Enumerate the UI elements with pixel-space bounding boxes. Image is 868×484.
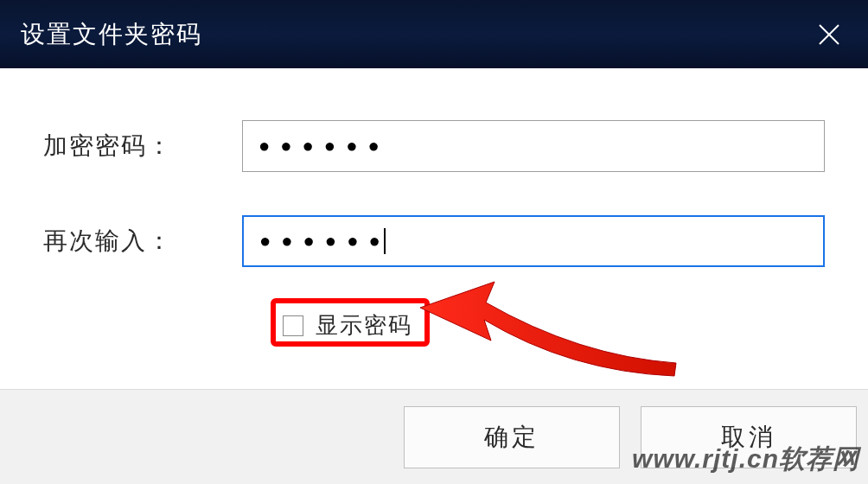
titlebar: 设置文件夹密码 bbox=[0, 0, 868, 68]
confirm-row: 再次输入： ●●●●●● bbox=[43, 215, 825, 267]
show-password-checkbox[interactable] bbox=[283, 315, 303, 336]
close-button[interactable] bbox=[811, 16, 847, 53]
password-value: ●●●●●● bbox=[258, 135, 390, 157]
password-row: 加密密码： ●●●●●● bbox=[43, 120, 825, 172]
close-icon bbox=[817, 22, 841, 47]
ok-button[interactable]: 确定 bbox=[404, 406, 620, 468]
confirm-value: ●●●●●● bbox=[259, 230, 391, 252]
text-caret bbox=[384, 228, 386, 254]
confirm-input[interactable]: ●●●●●● bbox=[242, 215, 825, 267]
confirm-label: 再次输入： bbox=[43, 225, 242, 258]
show-password-label: 显示密码 bbox=[316, 310, 412, 341]
dialog-content: 加密密码： ●●●●●● 再次输入： ●●●●●● 显示密码 bbox=[0, 68, 868, 389]
window-title: 设置文件夹密码 bbox=[21, 18, 202, 51]
password-input[interactable]: ●●●●●● bbox=[242, 120, 825, 172]
show-password-row[interactable]: 显示密码 bbox=[283, 310, 825, 341]
watermark-text: www.rjtj.cn软荐网 bbox=[632, 442, 859, 477]
password-label: 加密密码： bbox=[43, 130, 242, 162]
